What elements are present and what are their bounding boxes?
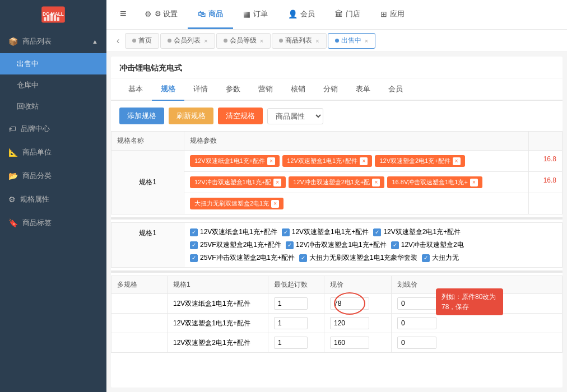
- tab-basic[interactable]: 基本: [119, 78, 152, 101]
- spec-tag: 12V双速塑盒1电1充+配件 ×: [282, 155, 372, 167]
- close-tab-icon[interactable]: ×: [365, 38, 368, 44]
- close-tab-icon[interactable]: ×: [204, 38, 207, 44]
- table-row: 12V双速塑盒2电1充+配件: [111, 333, 563, 353]
- tab-distribution[interactable]: 分销: [314, 78, 347, 101]
- tab-spec[interactable]: 规格: [152, 78, 184, 101]
- spec-tags-row3: 大扭力无刷双速塑盒2电1充 ×: [190, 198, 523, 209]
- sidebar-section-brand[interactable]: 🏷 品牌中心: [0, 117, 106, 141]
- spec-tags-cell-2: 12V冲击双速塑盒1电1充+配 × 12V冲击双速塑盒2电1充+配 × 16.8…: [184, 172, 529, 193]
- checkbox[interactable]: [391, 241, 399, 249]
- checkbox[interactable]: [190, 241, 198, 249]
- spec-attr-select[interactable]: 商品属性: [267, 108, 323, 124]
- checkbox[interactable]: [422, 254, 430, 262]
- brand-icon: 🏷: [8, 124, 16, 133]
- breadcrumb-tab-home[interactable]: 首页: [125, 33, 159, 49]
- checkbox[interactable]: [373, 228, 381, 236]
- checkbox-item[interactable]: 大扭力无刷双速塑盒1电1充豪华套装: [299, 253, 417, 263]
- tab-verification[interactable]: 核销: [282, 78, 314, 101]
- strike-price-input[interactable]: [397, 337, 436, 349]
- tab-dot: [335, 39, 339, 43]
- price-input[interactable]: [330, 297, 369, 310]
- spec-tags-cell-3: 大扭力无刷双速塑盒2电1充 ×: [184, 193, 529, 214]
- chevron-up-icon: ▲: [92, 38, 98, 45]
- breadcrumb-back-button[interactable]: ‹: [112, 34, 124, 48]
- product-title: 冲击锂电钻充电式: [111, 57, 563, 78]
- spec-tags-row1: 12V双速纸盒1电1充+配件 × 12V双速塑盒1电1充+配件 × 12V双速塑…: [190, 155, 523, 167]
- sidebar-item-on-sale[interactable]: 出售中: [0, 53, 106, 74]
- close-tab-icon[interactable]: ×: [315, 38, 319, 44]
- checkbox[interactable]: [190, 228, 198, 236]
- strike-price-input[interactable]: [397, 297, 436, 310]
- checkbox-item[interactable]: 12V双速塑盒2电1充+配件: [373, 227, 461, 237]
- tab-detail[interactable]: 详情: [184, 78, 217, 101]
- tab-form[interactable]: 表单: [347, 78, 379, 101]
- col-price: 现价: [324, 276, 392, 294]
- min-order-input[interactable]: [274, 317, 308, 329]
- close-tab-icon[interactable]: ×: [260, 38, 263, 44]
- empty-cell-2: [111, 314, 168, 333]
- nav-members[interactable]: 👤 会员: [278, 0, 325, 29]
- strike-price-input[interactable]: [397, 317, 436, 329]
- remove-tag-icon[interactable]: ×: [271, 200, 279, 208]
- checkbox-group: 12V双速纸盒1电1充+配件 12V双速塑盒1电1充+配件 12V双速塑盒2电1…: [190, 227, 556, 237]
- product-icon: 🛍: [198, 10, 206, 18]
- checkbox[interactable]: [190, 254, 198, 262]
- remove-tag-icon[interactable]: ×: [360, 157, 368, 165]
- min-order-1: [268, 294, 324, 314]
- breadcrumb-bar: ‹ 首页 会员列表 × 会员等级 × 商品列表 × 出售: [106, 30, 567, 52]
- remove-tag-icon[interactable]: ×: [273, 179, 281, 186]
- checkbox-item[interactable]: 12V双速纸盒1电1充+配件: [190, 227, 277, 237]
- add-spec-button[interactable]: 添加规格: [119, 108, 164, 124]
- price-input[interactable]: [330, 317, 369, 329]
- tab-params[interactable]: 参数: [217, 78, 249, 101]
- top-navigation: DC-MALL ≡ ⚙ ⚙ 设置 🛍 商品 ▦ 订单 👤 会员 🏛 门店: [0, 0, 567, 30]
- checkbox[interactable]: [299, 254, 307, 262]
- remove-tag-icon[interactable]: ×: [372, 179, 380, 186]
- page-content: 冲击锂电钻充电式 基本 规格 详情 参数 营销: [111, 57, 563, 388]
- sidebar-section-unit[interactable]: 📐 商品单位: [0, 141, 106, 164]
- checkbox[interactable]: [286, 241, 294, 249]
- price-input[interactable]: [330, 337, 369, 349]
- min-order-input[interactable]: [274, 337, 308, 349]
- col-spec1: 规格1: [168, 276, 268, 294]
- breadcrumb-tab-member-level[interactable]: 会员等级 ×: [216, 33, 271, 49]
- sidebar-section-products[interactable]: 📦 商品列表 ▲: [0, 30, 106, 53]
- nav-menu[interactable]: ≡: [112, 0, 134, 29]
- sidebar-section-tag[interactable]: 🔖 商品标签: [0, 211, 106, 235]
- nav-stores[interactable]: 🏛 门店: [325, 0, 370, 29]
- clear-spec-button[interactable]: 清空规格: [218, 108, 263, 124]
- breadcrumb-tab-member-list[interactable]: 会员列表 ×: [160, 33, 215, 49]
- nav-tabs: ≡ ⚙ ⚙ 设置 🛍 商品 ▦ 订单 👤 会员 🏛 门店 ⊞ 应用: [106, 0, 567, 29]
- nav-products[interactable]: 🛍 商品: [188, 0, 233, 29]
- sidebar-item-warehouse[interactable]: 仓库中: [0, 74, 106, 96]
- breadcrumb-tab-product-list[interactable]: 商品列表 ×: [272, 33, 326, 49]
- remove-tag-icon[interactable]: ×: [470, 179, 478, 186]
- remove-tag-icon[interactable]: ×: [267, 157, 275, 165]
- refresh-spec-button[interactable]: 刷新规格: [169, 108, 213, 124]
- nav-settings[interactable]: ⚙ ⚙ 设置: [134, 0, 188, 29]
- remove-tag-icon[interactable]: ×: [453, 157, 461, 165]
- breadcrumb-tab-on-sale[interactable]: 出售中 ×: [328, 33, 375, 49]
- tab-dot: [279, 39, 283, 43]
- spec-tag: 12V冲击双速塑盒1电1充+配 ×: [190, 176, 286, 188]
- nav-orders[interactable]: ▦ 订单: [233, 0, 278, 29]
- sidebar-section-spec[interactable]: ⚙ 规格属性: [0, 188, 106, 211]
- multi-spec-section: 多规格 规格1 最低起订数 现价 划线价 12V双速纸盒1电1充+配件: [111, 276, 563, 353]
- sidebar-item-recycle[interactable]: 回收站: [0, 96, 106, 117]
- checkbox-item[interactable]: 12V冲击双速塑盒2电: [391, 240, 464, 250]
- tab-member[interactable]: 会员: [379, 78, 412, 101]
- tab-marketing[interactable]: 营销: [249, 78, 282, 101]
- checkbox-item[interactable]: 12V双速塑盒1电1充+配件: [282, 227, 369, 237]
- sidebar-section-category[interactable]: 📂 商品分类: [0, 164, 106, 188]
- checkbox-item[interactable]: 12V冲击双速塑盒1电1充+配件: [286, 240, 387, 250]
- checkbox[interactable]: [282, 228, 290, 236]
- checkbox-item[interactable]: 25VF冲击双速塑盒2电1充+配件: [190, 253, 295, 263]
- nav-apps[interactable]: ⊞ 应用: [370, 0, 415, 29]
- spec-icon: ⚙: [8, 195, 16, 204]
- svg-rect-6: [57, 17, 59, 21]
- tag-icon: 🔖: [8, 218, 18, 227]
- checkbox-item[interactable]: 大扭力无: [422, 253, 459, 263]
- min-order-input[interactable]: [274, 297, 308, 310]
- checkbox-item[interactable]: 25VF双速塑盒2电1充+配件: [190, 240, 281, 250]
- spec-tag: 大扭力无刷双速塑盒2电1充 ×: [190, 198, 284, 209]
